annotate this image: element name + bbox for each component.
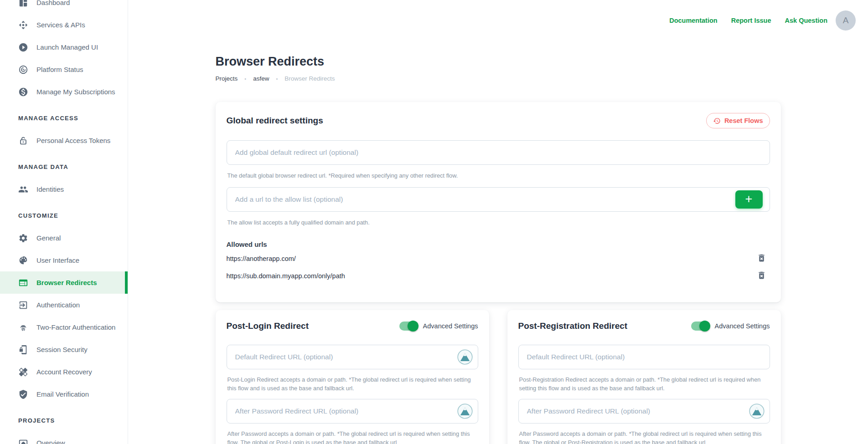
report-issue-link[interactable]: Report Issue — [731, 17, 771, 24]
post-login-card-title: Post-Login Redirect — [227, 321, 399, 331]
sidebar-item-label: Authentication — [36, 301, 80, 309]
login-icon — [18, 300, 28, 310]
global-default-url-input[interactable] — [227, 140, 770, 165]
post-registration-card-title: Post-Registration Redirect — [518, 321, 691, 331]
toggle-label: Advanced Settings — [423, 322, 478, 330]
sidebar-item-label: Email Verification — [36, 390, 89, 398]
bandage-icon — [18, 367, 28, 377]
sidebar-item-label: Browser Redirects — [36, 279, 97, 286]
post-registration-default-url-field — [518, 345, 770, 369]
sidebar-item-services-apis[interactable]: Services & APIs — [0, 14, 128, 36]
sidebar-item-user-interface[interactable]: User Interface — [0, 249, 128, 271]
shield-check-icon — [18, 389, 28, 399]
browser-window-icon — [18, 278, 28, 288]
sidebar-section-manage-data: MANAGE DATA — [0, 156, 128, 178]
toggle-knob — [408, 321, 418, 332]
breadcrumb-separator: • — [244, 76, 246, 82]
toggle-on[interactable] — [691, 322, 709, 331]
sidebar-item-label: Platform Status — [36, 66, 83, 73]
post-registration-after-password-input[interactable] — [518, 399, 770, 424]
mountain-circle-icon[interactable] — [457, 403, 473, 419]
sidebar-item-identities[interactable]: Identities — [0, 178, 128, 200]
ask-question-link[interactable]: Ask Question — [785, 17, 827, 24]
sidebar: Dashboard Services & APIs Launch Managed… — [0, 0, 128, 444]
sidebar-item-two-factor-authentication[interactable]: Two-Factor Authentication — [0, 316, 128, 338]
sidebar-item-personal-access-tokens[interactable]: Personal Access Tokens — [0, 129, 128, 152]
sidebar-item-label: Overview — [36, 439, 65, 444]
post-registration-after-password-help: After Password accepts a domain or path.… — [519, 430, 769, 444]
breadcrumb-current-page: Browser Redirects — [284, 75, 335, 82]
add-allow-url-button[interactable]: + — [735, 190, 763, 209]
post-login-after-password-field — [227, 399, 478, 424]
trash-x-icon — [757, 270, 766, 280]
post-login-after-password-help: After Password accepts a domain or path.… — [227, 430, 477, 444]
sidebar-item-account-recovery[interactable]: Account Recovery — [0, 361, 128, 383]
palette-icon — [18, 255, 28, 265]
mountain-circle-icon[interactable] — [457, 349, 473, 365]
allow-list-input[interactable] — [227, 187, 770, 212]
plus-icon: + — [745, 193, 753, 205]
sidebar-item-label: Manage My Subscriptions — [36, 88, 115, 96]
sidebar-item-overview[interactable]: Overview — [0, 432, 128, 444]
sidebar-section-customize: CUSTOMIZE — [0, 204, 128, 227]
breadcrumb-project-name[interactable]: asfew — [253, 75, 269, 82]
dashboard-icon — [18, 0, 28, 8]
delete-url-button[interactable] — [753, 253, 770, 264]
allow-list-field: + — [227, 187, 770, 212]
allowed-url-row: https://sub.domain.myapp.com/only/path — [227, 269, 770, 283]
topbar: Documentation Report Issue Ask Question … — [128, 0, 868, 41]
sidebar-item-manage-subscriptions[interactable]: Manage My Subscriptions — [0, 81, 128, 103]
post-login-default-url-field — [227, 345, 478, 369]
allowed-url-text: https://sub.domain.myapp.com/only/path — [227, 272, 345, 280]
mountain-circle-icon[interactable] — [749, 403, 765, 419]
toggle-on[interactable] — [399, 322, 418, 331]
sidebar-item-label: Personal Access Tokens — [36, 137, 110, 144]
page-title: Browser Redirects — [216, 55, 781, 69]
post-registration-default-url-input[interactable] — [518, 345, 770, 369]
allowed-url-row: https://anotherapp.com/ — [227, 251, 770, 265]
sidebar-item-email-verification[interactable]: Email Verification — [0, 383, 128, 405]
sidebar-item-label: User Interface — [36, 256, 79, 264]
people-icon — [18, 184, 28, 194]
sidebar-item-label: Dashboard — [36, 0, 70, 6]
sidebar-item-launch-managed-ui[interactable]: Launch Managed UI — [0, 36, 128, 58]
post-registration-advanced-settings-toggle[interactable]: Advanced Settings — [691, 322, 770, 331]
avatar[interactable]: A — [836, 10, 856, 31]
post-registration-card-header: Post-Registration Redirect Advanced Sett… — [518, 321, 770, 331]
gear-icon — [18, 233, 28, 243]
documentation-link[interactable]: Documentation — [669, 17, 718, 24]
main-area: Documentation Report Issue Ask Question … — [128, 0, 868, 444]
dollar-circle-icon — [18, 87, 28, 97]
post-login-advanced-settings-toggle[interactable]: Advanced Settings — [399, 322, 478, 331]
content: Browser Redirects Projects • asfew • Bro… — [216, 55, 781, 444]
reset-flows-label: Reset Flows — [724, 117, 763, 124]
sidebar-item-authentication[interactable]: Authentication — [0, 294, 128, 316]
phone-lock-icon — [18, 345, 28, 355]
sidebar-item-session-security[interactable]: Session Security — [0, 338, 128, 361]
post-login-after-password-input[interactable] — [227, 399, 478, 424]
sidebar-nav: Dashboard Services & APIs Launch Managed… — [0, 0, 128, 444]
delete-url-button[interactable] — [753, 270, 770, 281]
lock-icon — [18, 136, 28, 146]
play-circle-icon — [18, 42, 28, 52]
sidebar-item-label: General — [36, 234, 61, 242]
breadcrumb-separator: • — [276, 76, 278, 82]
post-login-redirect-card: Post-Login Redirect Advanced Settings Po… — [216, 310, 489, 444]
toggle-label: Advanced Settings — [715, 322, 770, 330]
post-registration-redirect-card: Post-Registration Redirect Advanced Sett… — [507, 310, 781, 444]
sidebar-item-platform-status[interactable]: Platform Status — [0, 58, 128, 81]
sidebar-section-manage-access: MANAGE ACCESS — [0, 107, 128, 129]
post-login-default-url-input[interactable] — [227, 345, 478, 369]
post-registration-after-password-field — [518, 399, 770, 424]
trash-x-icon — [757, 253, 766, 263]
sidebar-item-browser-redirects[interactable]: Browser Redirects — [0, 271, 128, 294]
sidebar-section-projects: PROJECTS — [0, 409, 128, 432]
sidebar-item-dashboard[interactable]: Dashboard — [0, 0, 128, 14]
post-registration-default-url-help: Post-Registration Redirect accepts a dom… — [519, 376, 769, 393]
global-card-title: Global redirect settings — [227, 116, 323, 126]
breadcrumb-projects[interactable]: Projects — [216, 75, 238, 82]
post-login-card-header: Post-Login Redirect Advanced Settings — [227, 321, 478, 331]
history-icon — [713, 117, 721, 125]
sidebar-item-general[interactable]: General — [0, 227, 128, 249]
reset-flows-button[interactable]: Reset Flows — [706, 113, 770, 128]
